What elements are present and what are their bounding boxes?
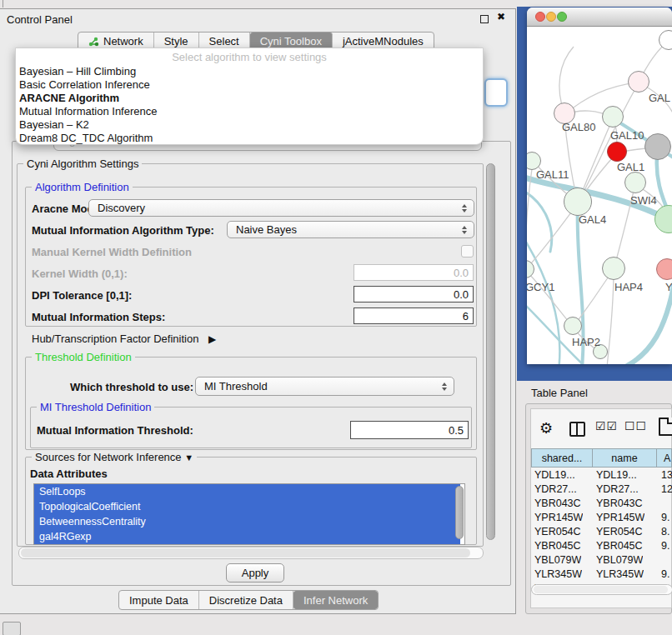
attribute-item[interactable]: gal4RGexp bbox=[34, 529, 460, 544]
application-window: Control Panel ✖ Network Style Select Cyn… bbox=[0, 0, 672, 635]
table-cell[interactable]: YPR145W bbox=[534, 512, 583, 523]
tab-infer-network-label: Infer Network bbox=[303, 594, 368, 607]
column-header-shared-name[interactable]: shared... bbox=[531, 448, 593, 468]
attribute-item[interactable]: SelfLoops bbox=[34, 484, 460, 499]
minimized-panel-button[interactable] bbox=[3, 622, 21, 635]
attribute-item[interactable]: BetweennessCentrality bbox=[34, 514, 460, 529]
table-horizontal-scrollbar[interactable] bbox=[531, 584, 672, 595]
table-cell[interactable]: YDL19... bbox=[596, 469, 637, 481]
algorithm-combobox-edge[interactable] bbox=[484, 78, 508, 107]
settings-horizontal-scrollbar[interactable] bbox=[18, 547, 484, 559]
table-cell[interactable]: YDR27... bbox=[596, 483, 639, 495]
table-cell[interactable]: YER054C bbox=[596, 526, 643, 538]
network-node[interactable] bbox=[624, 172, 646, 193]
node-label: Y bbox=[665, 281, 672, 293]
table-cell[interactable]: YBR045C bbox=[596, 540, 643, 552]
tab-impute-data[interactable]: Impute Data bbox=[119, 591, 199, 609]
checked-columns-icon[interactable]: ☑☑ bbox=[595, 419, 618, 432]
node-label: GAL4 bbox=[579, 213, 606, 226]
node-label: GCY1 bbox=[527, 281, 554, 293]
algorithm-option[interactable]: Mutual Information Inference bbox=[19, 105, 157, 118]
minimize-traffic-light-icon[interactable] bbox=[546, 12, 556, 22]
table-cell[interactable]: YBR045C bbox=[534, 540, 581, 552]
split-columns-icon[interactable] bbox=[569, 422, 585, 437]
mi-type-label: Mutual Information Algorithm Type: bbox=[32, 224, 214, 237]
network-node[interactable] bbox=[628, 71, 649, 92]
collapse-down-icon[interactable]: ▼ bbox=[184, 452, 193, 462]
expand-right-icon: ▶ bbox=[208, 333, 216, 345]
table-cell[interactable]: 9. bbox=[661, 568, 669, 580]
close-traffic-light-icon[interactable] bbox=[535, 12, 545, 22]
network-node[interactable] bbox=[656, 258, 672, 280]
mi-type-combobox[interactable]: Naive Bayes bbox=[227, 221, 474, 238]
column-header-name[interactable]: name bbox=[592, 448, 657, 468]
hub-section-label: Hub/Transcription Factor Definition bbox=[32, 332, 198, 345]
network-node[interactable] bbox=[602, 257, 625, 280]
table-cell[interactable]: YLR345W bbox=[596, 568, 644, 580]
mi-steps-field[interactable]: 6 bbox=[354, 308, 474, 324]
apply-button[interactable]: Apply bbox=[226, 563, 284, 582]
algorithm-option[interactable]: Bayesian – Hill Climbing bbox=[19, 65, 136, 78]
network-canvas[interactable]: GAL GAL80 GAL10 GAL1 GAL11 SWI4 GAL4 GCY… bbox=[527, 27, 672, 364]
table-cell[interactable]: YBL079W bbox=[534, 554, 581, 566]
network-node[interactable] bbox=[564, 317, 582, 335]
table-cell[interactable]: 9. bbox=[661, 540, 669, 552]
network-node[interactable] bbox=[564, 188, 592, 216]
table-cell[interactable]: 8. bbox=[661, 526, 669, 538]
network-window-titlebar[interactable] bbox=[527, 8, 672, 27]
column-header-partial[interactable]: A bbox=[656, 448, 672, 468]
table-cell[interactable]: YBL079W bbox=[596, 554, 643, 566]
table-cell[interactable]: 9. bbox=[661, 512, 669, 523]
mi-threshold-group-title: MI Threshold Definition bbox=[37, 401, 154, 413]
table-cell[interactable]: YER054C bbox=[534, 526, 581, 538]
table-cell[interactable]: YBR043C bbox=[534, 498, 581, 509]
mi-steps-label: Mutual Information Steps: bbox=[32, 311, 165, 323]
network-icon bbox=[88, 37, 99, 47]
settings-horizontal-scrollbar-thumb[interactable] bbox=[21, 548, 470, 558]
gear-icon[interactable]: ⚙ bbox=[539, 419, 553, 438]
settings-vertical-scrollbar[interactable] bbox=[486, 163, 495, 540]
network-node[interactable] bbox=[602, 106, 624, 128]
which-threshold-label: Which threshold to use: bbox=[70, 381, 193, 393]
unchecked-columns-icon[interactable]: ☐☐ bbox=[624, 419, 647, 432]
table-cell[interactable]: YLR345W bbox=[534, 568, 582, 580]
algorithm-option[interactable]: Bayesian – K2 bbox=[19, 118, 89, 132]
tab-jactivemnodules-label: jActiveMNodules bbox=[343, 35, 424, 48]
bottom-tabs: Impute Data Discretize Data Infer Networ… bbox=[118, 590, 379, 610]
panel-title: Control Panel bbox=[7, 13, 73, 26]
node-label: SWI4 bbox=[630, 194, 657, 207]
network-node-selected[interactable] bbox=[607, 142, 627, 162]
mi-threshold-label: Mutual Information Threshold: bbox=[37, 424, 193, 437]
table-panel-title: Table Panel bbox=[531, 387, 588, 399]
table-cell[interactable]: 12 bbox=[661, 483, 672, 495]
algorithm-option-selected[interactable]: ARACNE Algorithm bbox=[19, 92, 119, 105]
sources-title-text: Sources for Network Inference bbox=[35, 451, 182, 463]
which-threshold-combobox[interactable]: MI Threshold bbox=[195, 377, 454, 396]
mi-threshold-field[interactable]: 0.5 bbox=[350, 421, 469, 439]
manual-kernel-checkbox[interactable] bbox=[461, 245, 474, 258]
kernel-width-field[interactable]: 0.0 bbox=[354, 264, 474, 281]
float-icon[interactable] bbox=[480, 15, 489, 23]
tab-select-label: Select bbox=[209, 35, 239, 48]
list-vertical-scrollbar[interactable] bbox=[455, 486, 464, 539]
tab-discretize-data[interactable]: Discretize Data bbox=[199, 591, 293, 609]
node-label: GAL bbox=[649, 92, 670, 104]
attribute-item[interactable]: TopologicalCoefficient bbox=[34, 499, 460, 514]
algorithm-option[interactable]: Dream8 DC_TDC Algorithm bbox=[19, 132, 153, 145]
document-icon[interactable] bbox=[659, 418, 672, 436]
table-horizontal-scrollbar-thumb[interactable] bbox=[534, 586, 668, 593]
maximize-traffic-light-icon[interactable] bbox=[557, 12, 567, 22]
network-node[interactable] bbox=[644, 133, 671, 160]
hub-section-toggle[interactable]: Hub/Transcription Factor Definition ▶ bbox=[32, 332, 216, 345]
tab-infer-network[interactable]: Infer Network bbox=[293, 591, 378, 609]
table-cell[interactable]: 13 bbox=[661, 469, 672, 481]
algorithm-option[interactable]: Basic Correlation Inference bbox=[19, 78, 150, 92]
combo-arrows-icon bbox=[462, 226, 467, 234]
table-cell[interactable]: YBR043C bbox=[596, 498, 643, 509]
dpi-tolerance-field[interactable]: 0.0 bbox=[354, 286, 474, 302]
close-icon[interactable]: ✖ bbox=[497, 11, 505, 22]
table-cell[interactable]: YDR27... bbox=[534, 483, 577, 495]
table-cell[interactable]: YPR145W bbox=[596, 512, 644, 523]
aracne-mode-combobox[interactable]: Discovery bbox=[88, 199, 474, 217]
table-cell[interactable]: YDL19... bbox=[534, 469, 575, 481]
